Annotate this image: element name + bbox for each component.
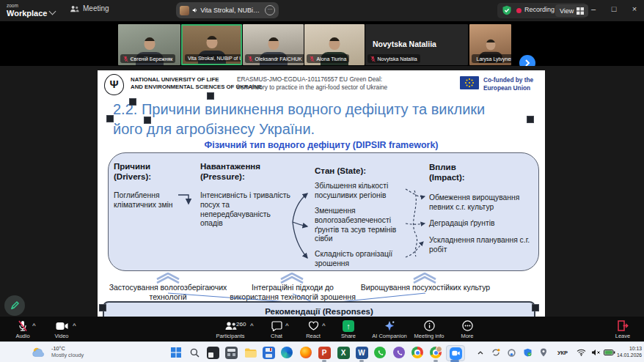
tray-status-icon[interactable] (506, 342, 517, 362)
security-shield-icon[interactable] (502, 5, 512, 15)
chevron-up-icon (477, 351, 483, 355)
participants-options-caret[interactable]: ^ (250, 322, 254, 329)
annotate-button[interactable] (4, 295, 25, 316)
participant-name: Oleksandr FAICHUK (255, 56, 302, 62)
video-tile[interactable]: Oleksandr FAICHUK (243, 24, 304, 65)
participant-name-badge: Novytska Nataliia (367, 54, 420, 63)
tray-security-shield-icon[interactable] (522, 342, 533, 362)
tab-active-speaker[interactable]: Vita Strokal, NUBiP of Ukrain ⋯ (176, 2, 279, 18)
share-label: Share (328, 333, 369, 339)
tab-options-button[interactable]: ⋯ (265, 5, 275, 15)
participant-name: Larysa Lytvynenko (477, 56, 512, 62)
video-tile-active-speaker[interactable]: Vita Strokal, NUBiP of Ukr... (181, 24, 242, 65)
recording-dot-icon (516, 8, 522, 13)
slide-subtitle: Фізичний тип водного дефіциту (DIPSIR fr… (98, 140, 545, 150)
taskbar-app-explorer[interactable] (242, 345, 258, 360)
people-icon (70, 5, 79, 12)
video-options-caret[interactable]: ^ (73, 322, 76, 329)
participants-label: Participants (210, 333, 251, 339)
powerpoint-icon: P (318, 347, 331, 359)
taskbar-app-firefox[interactable] (298, 345, 314, 360)
more-button[interactable]: More (447, 319, 488, 339)
participant-name: Alona Tiurina (317, 56, 347, 62)
taskbar-app-dark[interactable] (205, 345, 221, 360)
wifi-icon[interactable] (575, 342, 587, 362)
taskbar-app-viber[interactable] (391, 345, 407, 360)
folder-icon (244, 347, 257, 358)
meeting-info-button[interactable]: Meeting info (409, 319, 450, 339)
taskbar-app-powerpoint[interactable]: P (316, 345, 332, 360)
calculator-icon (225, 347, 238, 359)
video-label: Video (41, 333, 82, 339)
mic-muted-icon (123, 56, 128, 62)
taskbar-app-edge[interactable] (279, 345, 295, 360)
video-tile[interactable]: Larysa Lytvynenko (469, 24, 511, 65)
ai-companion-button[interactable]: AI Companion (369, 319, 410, 339)
volume-muted-icon[interactable] (590, 342, 601, 362)
chat-options-caret[interactable]: ^ (285, 322, 289, 329)
start-button[interactable] (168, 345, 184, 360)
weather-temperature: -10°C (51, 345, 84, 352)
selection-handle (207, 92, 214, 100)
chrome-profile-icon (430, 347, 442, 358)
cofunded-label: Co-funded by the European Union (483, 76, 533, 92)
tray-sync-icon[interactable] (490, 342, 502, 362)
university-emblem: Ψ (104, 74, 124, 95)
language-indicator[interactable]: УКР (553, 342, 572, 362)
chat-button[interactable]: Chat (256, 319, 297, 339)
workspace-dropdown-button[interactable] (50, 9, 55, 14)
minimize-button[interactable]: – (587, 4, 600, 13)
zoom-control-toolbar: Audio ^ Video ^ Participants 260 ^ Chat … (0, 317, 644, 341)
taskbar-app-whatsapp[interactable] (372, 345, 388, 360)
participant-display-name: Novytska Nataliia (373, 40, 436, 48)
taskbar-app-word[interactable]: W (354, 345, 370, 360)
maximize-button[interactable]: □ (607, 4, 621, 13)
participant-name: Novytska Nataliia (378, 56, 417, 62)
leave-button[interactable]: Leave (602, 319, 643, 339)
more-ellipsis-icon (447, 319, 488, 332)
taskbar-app-zoom-active[interactable] (446, 345, 465, 361)
project-title: ERASMUS-JMO-EGDUA-101176557 EU Green Dea… (237, 75, 387, 91)
share-button[interactable]: ↑ Share (328, 319, 369, 339)
taskbar-app-chrome-profile[interactable] (428, 345, 444, 360)
video-tile[interactable]: Alona Tiurina (304, 24, 365, 65)
selection-handle (532, 304, 539, 311)
audio-button[interactable]: Audio (2, 319, 43, 339)
video-tile-camera-off[interactable]: Novytska Nataliia Novytska Nataliia (365, 24, 468, 65)
taskbar-clock[interactable]: 10:13 14.01.2026 (612, 346, 642, 359)
video-tile[interactable]: Євгеній Бережняк (118, 24, 180, 65)
shared-screen-area: Ψ NATIONAL UNIVERSITY OF LIFE AND ENVIRO… (0, 66, 644, 317)
selection-handle (99, 304, 106, 311)
grid-view-icon (577, 7, 584, 15)
react-options-caret[interactable]: ^ (322, 322, 326, 329)
chevron-up-icon (279, 273, 305, 284)
participant-name-badge: Vita Strokal, NUBiP of Ukr... (185, 54, 242, 62)
responses-bar: Рекомендації (Responses) (103, 301, 535, 317)
windows-logo-icon (171, 347, 181, 358)
weather-description: Mostly cloudy (51, 352, 84, 358)
audio-options-caret[interactable]: ^ (32, 322, 36, 329)
recording-status: Recording (524, 6, 555, 13)
taskbar-app-floppy[interactable] (260, 345, 277, 360)
tray-expand-button[interactable] (475, 342, 486, 362)
participant-name-badge: Larysa Lytvynenko (472, 54, 511, 63)
taskbar-app-chrome[interactable] (409, 345, 425, 360)
close-button[interactable]: × (628, 4, 641, 13)
tray-location-icon[interactable] (538, 342, 549, 362)
edge-browser-icon (281, 347, 293, 358)
weather-widget[interactable]: -10°C Mostly cloudy (31, 345, 84, 358)
chevron-up-icon (411, 273, 438, 284)
taskbar-app-calculator[interactable] (223, 345, 239, 360)
leave-door-icon (602, 319, 643, 332)
participants-count-badge: 260 (236, 321, 246, 328)
search-button[interactable] (186, 345, 202, 360)
leave-label: Leave (602, 333, 643, 339)
participant-name-badge: Євгеній Бережняк (120, 54, 175, 63)
floppy-disk-icon (263, 347, 275, 359)
mic-muted-icon (310, 56, 315, 62)
taskbar-app-excel[interactable]: X (335, 345, 351, 360)
view-button[interactable]: View (555, 4, 588, 17)
whatsapp-icon (374, 347, 386, 358)
tab-meeting[interactable]: Meeting (70, 4, 109, 12)
mic-muted-icon (370, 56, 376, 62)
